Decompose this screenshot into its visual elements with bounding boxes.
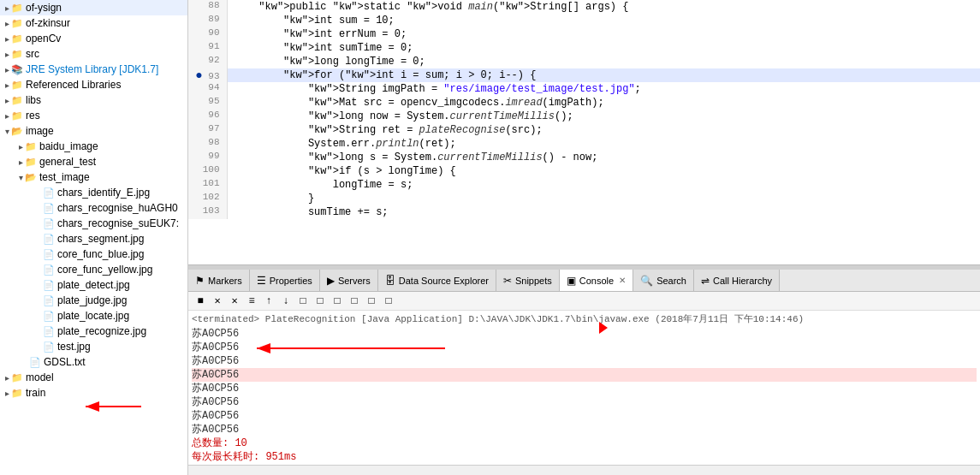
folder-icon: 📁 [11,80,23,91]
sidebar-item[interactable]: 📄GDSL.txt [0,354,187,370]
tab-search[interactable]: 🔍Search [633,270,694,292]
folder-icon: 📁 [11,49,23,60]
sidebar-item[interactable]: ▸📁model [0,370,187,385]
console-toolbar-button[interactable]: ↑ [261,294,276,309]
file-icon: 📄 [43,264,55,276]
sidebar-item[interactable]: ▸📚JRE System Library [JDK1.7] [0,62,187,77]
sidebar-item[interactable]: 📄chars_recognise_huAGH0 [0,200,187,216]
console-line: 苏A0CP56 [192,409,977,423]
console-toolbar-button[interactable]: ✕ [227,294,242,309]
sidebar-item[interactable]: 📄plate_locate.jpg [0,308,187,324]
console-line: 总数量: 10 [192,436,977,450]
sidebar-item-label: train [26,387,45,399]
file-icon: 📄 [43,295,55,306]
console-toolbar-button[interactable]: ↓ [278,294,294,309]
code-row: 89 "kw">int sum = 10; [188,14,980,27]
tab-label: Servers [338,276,371,286]
console-scrollbar[interactable] [188,465,980,475]
sidebar-item[interactable]: 📄test.jpg [0,339,187,354]
code-row: 101 longTime = s; [188,178,980,192]
code-row: ● 93 "kw">for ("kw">int i = sum; i > 0; … [188,68,980,82]
tab-snippets[interactable]: ✂Snippets [496,270,560,292]
sidebar-item[interactable]: 📄chars_identify_E.jpg [0,185,187,200]
sidebar-item-label: test_image [39,171,90,183]
console-toolbar-button[interactable]: ≡ [244,294,259,309]
sidebar-item[interactable]: 📄plate_judge.jpg [0,293,187,308]
sidebar-item[interactable]: 📄chars_segment.jpg [0,231,187,246]
sidebar-item[interactable]: 📄plate_recognize.jpg [0,324,187,339]
sidebar-item-label: core_func_yellow.jpg [57,264,152,276]
breakpoint-indicator[interactable]: ● [195,68,202,82]
expand-icon: ▸ [5,389,9,398]
expand-icon: ▸ [5,34,9,44]
sidebar-item[interactable]: 📄core_func_yellow.jpg [0,262,187,277]
tab-icon: ▶ [327,275,335,287]
sidebar-item[interactable]: 📄core_func_blue.jpg [0,246,187,262]
console-toolbar-button[interactable]: □ [295,294,311,309]
sidebar-item-label: image [26,125,54,137]
sidebar-item[interactable]: ▸📁res [0,108,187,123]
code-editor[interactable]: 88 "kw">public "kw">static "kw">void mai… [188,0,980,265]
console-toolbar-button[interactable]: □ [330,294,345,309]
sidebar-item[interactable]: 📄chars_recognise_suEUK7: [0,216,187,231]
file-icon: 📄 [43,218,55,229]
line-number: 103 [188,205,227,219]
sidebar-item-label: plate_locate.jpg [57,310,129,322]
sidebar-item[interactable]: ▸📁train [0,385,187,401]
sidebar-item[interactable]: ▸📁general_test [0,154,187,169]
console-output[interactable]: <terminated> PlateRecognition [Java Appl… [188,311,980,465]
line-number: 99 [188,151,227,164]
tab-console[interactable]: ▣Console✕ [560,270,633,292]
console-toolbar-button[interactable]: □ [381,294,396,309]
console-toolbar-button[interactable]: □ [364,294,379,309]
file-explorer[interactable]: ▸📁of-ysign▸📁of-zkinsur▸📁openCv▸📁src▸📚JRE… [0,0,188,475]
console-line: 每次最长耗时: 951ms [192,450,977,464]
tab-data-source-explorer[interactable]: 🗄Data Source Explorer [378,270,496,292]
tab-call-hierarchy[interactable]: ⇌Call Hierarchy [694,270,780,292]
folder-icon: 📁 [11,110,23,122]
code-line: "kw">int errNum = 0; [227,27,980,41]
tab-label: Properties [270,276,312,286]
tab-servers[interactable]: ▶Servers [320,270,378,292]
line-number: 100 [188,164,227,178]
tab-markers[interactable]: ⚑Markers [188,270,250,292]
tab-label: Search [656,276,686,286]
file-icon: 📄 [43,249,55,260]
sidebar-item-label: chars_segment.jpg [57,233,144,245]
expand-icon: ▸ [5,373,9,383]
console-toolbar-button[interactable]: □ [312,294,328,309]
library-icon: 📚 [11,64,23,75]
sidebar-item[interactable]: ▸📁of-ysign [0,0,187,15]
console-toolbar-button[interactable]: □ [347,294,362,309]
tab-properties[interactable]: ☰Properties [250,270,320,292]
sidebar-item[interactable]: ▸📁baidu_image [0,139,187,154]
code-line: "kw">String ret = plateRecognise(src); [227,123,980,137]
sidebar-item[interactable]: ▸📁of-zkinsur [0,15,187,31]
sidebar-item[interactable]: ▸📁openCv [0,31,187,46]
code-line: "kw">String imgPath = "res/image/test_im… [227,82,980,96]
code-row: 102 } [188,192,980,205]
sidebar-item-label: baidu_image [39,140,98,152]
sidebar-item[interactable]: ▸📁Referenced Libraries [0,77,187,92]
console-toolbar-button[interactable]: ■ [193,294,208,309]
sidebar-item[interactable]: ▸📁libs [0,92,187,108]
console-line: 苏A0CP56 [192,327,977,341]
tab-close-button[interactable]: ✕ [619,276,626,285]
code-line: "kw">long now = System.currentTimeMillis… [227,110,980,123]
expand-icon: ▾ [5,127,9,136]
sidebar-item-label: plate_detect.jpg [57,279,130,291]
sidebar-item[interactable]: ▾📂image [0,123,187,139]
sidebar-item-label: plate_recognize.jpg [57,325,146,337]
expand-icon: ▸ [5,19,9,28]
file-icon: 📄 [43,234,55,245]
sidebar-item-label: of-ysign [26,2,62,14]
sidebar-item[interactable]: ▾📂test_image [0,169,187,185]
folder-icon: 📁 [11,388,23,399]
line-number: 90 [188,27,227,41]
sidebar-item[interactable]: 📄plate_detect.jpg [0,277,187,293]
console-line: 苏A0CP56 [192,368,977,382]
console-toolbar-button[interactable]: ✕ [210,294,225,309]
sidebar-item[interactable]: ▸📁src [0,46,187,62]
file-icon: 📄 [43,280,55,291]
line-number: ● 93 [188,68,227,82]
